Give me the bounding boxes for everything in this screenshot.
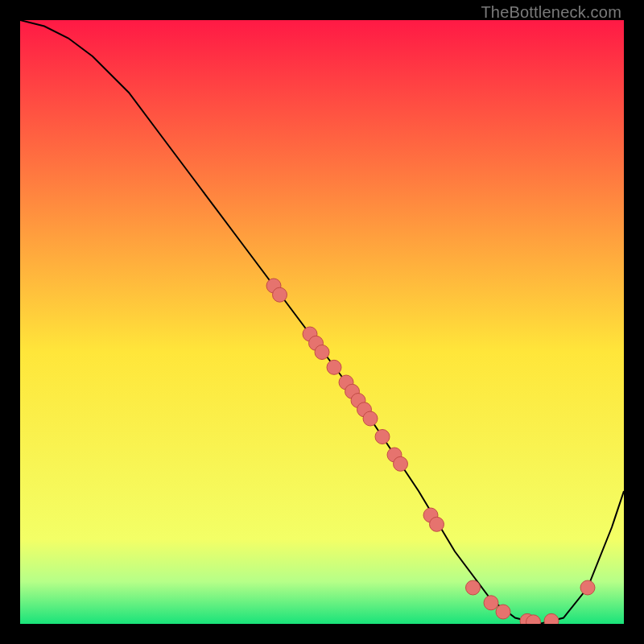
data-point: [375, 430, 390, 444]
data-point: [363, 411, 378, 426]
data-point: [484, 596, 498, 610]
chart-svg: [20, 20, 624, 624]
gradient-background: [20, 20, 624, 624]
data-point: [466, 580, 481, 595]
data-point: [496, 605, 510, 619]
data-point: [580, 580, 595, 595]
data-point: [327, 360, 341, 374]
chart-frame: TheBottleneck.com: [0, 0, 644, 644]
attribution-text: TheBottleneck.com: [481, 3, 621, 22]
data-point: [273, 287, 287, 302]
plot-area: [20, 20, 624, 624]
data-point: [394, 456, 408, 471]
data-point: [430, 517, 444, 531]
data-point: [544, 613, 559, 624]
data-point: [315, 345, 329, 360]
